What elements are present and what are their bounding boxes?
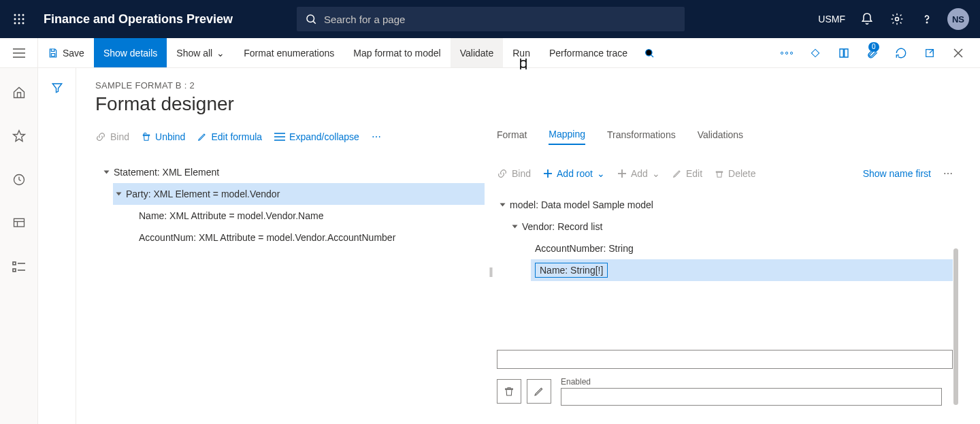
- expand-collapse-button[interactable]: Expand/collapse: [274, 131, 359, 142]
- add-root-button[interactable]: Add root⌄: [543, 168, 605, 179]
- svg-rect-43: [716, 172, 722, 172]
- edit-button[interactable]: Edit: [672, 168, 702, 179]
- right-overflow-icon[interactable]: ⋯: [943, 168, 953, 179]
- svg-point-19: [781, 52, 783, 54]
- command-bar: Save Show details Show all⌄ Format enume…: [0, 38, 980, 68]
- overflow-icon[interactable]: [773, 39, 800, 67]
- svg-point-3: [14, 18, 16, 20]
- format-enumerations-button[interactable]: Format enumerations: [234, 38, 344, 67]
- r-node-accountnumber[interactable]: AccountNumber: String: [531, 238, 953, 259]
- svg-point-2: [22, 14, 24, 16]
- svg-point-1: [18, 14, 20, 16]
- right-toolbar: Bind Add root⌄ Add⌄ Edit Delete: [497, 159, 953, 189]
- waffle-icon[interactable]: [0, 14, 38, 25]
- right-tabs: Format Mapping Transformations Validatio…: [497, 123, 953, 150]
- clock-icon[interactable]: [5, 166, 33, 193]
- run-button[interactable]: Run: [503, 38, 540, 67]
- bind-button[interactable]: Bind: [95, 131, 129, 142]
- chevron-down-icon: ⌄: [216, 48, 225, 59]
- app-title: Finance and Operations Preview: [38, 12, 249, 27]
- attachments-badge: 0: [868, 42, 879, 52]
- svg-line-24: [930, 49, 933, 52]
- hamburger-icon[interactable]: [0, 38, 38, 67]
- main-content: SAMPLE FORMAT B : 2 Format designer Bind…: [76, 68, 980, 424]
- popout-icon[interactable]: [916, 39, 943, 67]
- r-bind-button[interactable]: Bind: [497, 168, 531, 179]
- tab-mapping[interactable]: Mapping: [549, 129, 585, 145]
- star-icon[interactable]: [5, 123, 33, 150]
- modules-icon[interactable]: [5, 253, 33, 280]
- chevron-down-icon: ⌄: [652, 168, 660, 179]
- validate-button[interactable]: Validate: [451, 38, 504, 67]
- svg-point-20: [785, 52, 787, 54]
- avatar[interactable]: NS: [947, 8, 969, 30]
- show-all-button[interactable]: Show all⌄: [167, 38, 234, 67]
- tab-validations[interactable]: Validations: [698, 129, 743, 144]
- show-details-button[interactable]: Show details: [94, 38, 167, 67]
- format-tree: Statement: XML Element Party: XML Elemen…: [95, 161, 485, 248]
- r-node-vendor[interactable]: Vendor: Record list: [509, 216, 953, 238]
- performance-trace-button[interactable]: Performance trace: [540, 38, 637, 67]
- find-button[interactable]: [637, 38, 662, 67]
- format-tree-panel: Bind Unbind Edit formula Expand/collapse…: [95, 123, 485, 419]
- search-box[interactable]: [297, 7, 685, 31]
- left-overflow-icon[interactable]: ⋯: [372, 131, 381, 142]
- svg-rect-22: [811, 49, 819, 56]
- edit-sq-button[interactable]: [527, 379, 551, 404]
- left-toolbar: Bind Unbind Edit formula Expand/collapse…: [95, 123, 485, 150]
- svg-rect-31: [13, 262, 16, 265]
- nav-rail: [0, 68, 38, 424]
- splitter[interactable]: ‖: [485, 123, 497, 419]
- help-icon[interactable]: [913, 5, 941, 33]
- enabled-label: Enabled: [561, 377, 942, 387]
- r-node-name[interactable]: Name: String[!]: [531, 259, 953, 281]
- svg-point-5: [22, 18, 24, 20]
- tree-node-accountnum[interactable]: AccountNum: XML Attribute = model.Vendor…: [135, 227, 485, 248]
- show-name-first-button[interactable]: Show name first: [863, 168, 931, 179]
- company-code[interactable]: USMF: [813, 14, 851, 25]
- svg-point-0: [14, 14, 16, 16]
- svg-point-8: [22, 22, 24, 25]
- map-format-button[interactable]: Map format to model: [344, 38, 450, 67]
- close-icon[interactable]: [945, 39, 972, 67]
- tree-node-statement[interactable]: Statement: XML Element: [101, 161, 485, 183]
- bottom-area: Enabled: [497, 350, 953, 406]
- svg-point-7: [18, 22, 20, 25]
- diamond-icon[interactable]: [802, 39, 829, 67]
- save-button[interactable]: Save: [38, 38, 94, 67]
- gear-icon[interactable]: [883, 5, 911, 33]
- tree-node-party[interactable]: Party: XML Element = model.Vendor: [113, 183, 485, 205]
- refresh-icon[interactable]: [887, 39, 915, 67]
- breadcrumb: SAMPLE FORMAT B : 2: [95, 80, 980, 91]
- book-icon[interactable]: [830, 39, 858, 67]
- svg-point-21: [790, 52, 792, 54]
- svg-point-12: [926, 22, 927, 22]
- svg-point-9: [307, 15, 314, 22]
- home-icon[interactable]: [5, 79, 33, 106]
- svg-rect-28: [14, 218, 24, 227]
- filter-icon[interactable]: [51, 82, 63, 424]
- mapping-panel: Format Mapping Transformations Validatio…: [497, 123, 980, 419]
- delete-sq-button[interactable]: [497, 379, 521, 404]
- svg-point-4: [18, 18, 20, 20]
- svg-line-10: [313, 21, 315, 23]
- expression-input[interactable]: [497, 350, 953, 369]
- tree-node-name[interactable]: Name: XML Attribute = model.Vendor.Name: [135, 205, 485, 227]
- add-button[interactable]: Add⌄: [617, 168, 660, 179]
- bell-icon[interactable]: [853, 5, 881, 33]
- svg-rect-33: [13, 269, 16, 272]
- unbind-button[interactable]: Unbind: [142, 131, 185, 142]
- tab-transformations[interactable]: Transformations: [607, 129, 676, 144]
- filter-strip: [38, 68, 76, 424]
- r-node-model[interactable]: model: Data model Sample model: [497, 194, 953, 216]
- tab-format[interactable]: Format: [497, 129, 527, 144]
- svg-point-6: [14, 22, 16, 25]
- edit-formula-button[interactable]: Edit formula: [197, 131, 262, 142]
- workspace-icon[interactable]: [5, 210, 33, 237]
- command-bar-right: 0: [773, 38, 980, 67]
- scrollbar[interactable]: [953, 248, 958, 405]
- delete-button[interactable]: Delete: [715, 168, 755, 179]
- enabled-input[interactable]: [561, 388, 942, 406]
- search-input[interactable]: [324, 14, 676, 25]
- attachments-icon[interactable]: 0: [859, 39, 886, 67]
